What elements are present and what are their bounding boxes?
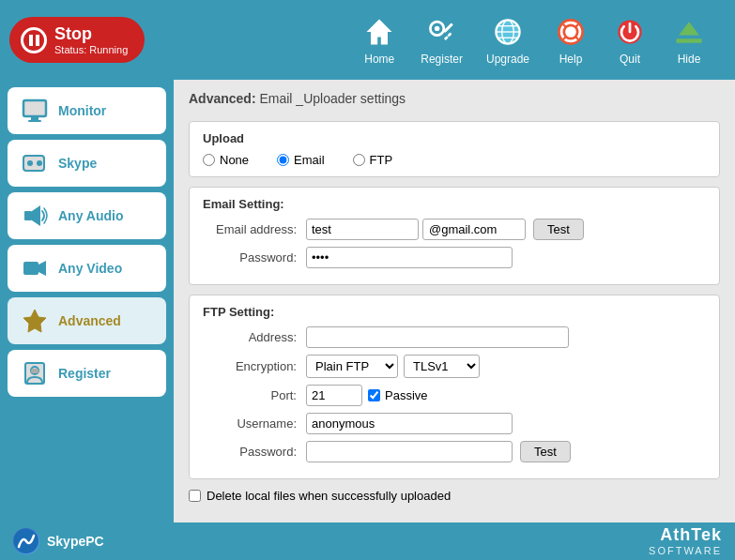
upload-none-option[interactable]: None xyxy=(203,153,249,167)
header-nav: Home Register xyxy=(145,9,726,70)
power-icon xyxy=(612,14,648,50)
nav-upgrade[interactable]: Upgrade xyxy=(477,9,539,70)
upload-ftp-label: FTP xyxy=(370,153,393,167)
upload-email-option[interactable]: Email xyxy=(277,153,325,167)
upload-email-radio[interactable] xyxy=(277,154,289,166)
svg-rect-28 xyxy=(23,262,38,275)
stop-button[interactable]: Stop Status: Running xyxy=(9,17,145,63)
sidebar-item-any-video[interactable]: Any Video xyxy=(8,245,166,292)
status-label: Status: Running xyxy=(54,44,128,55)
ftp-username-input[interactable] xyxy=(306,413,513,434)
nav-home[interactable]: Home xyxy=(352,9,406,70)
upload-ftp-option[interactable]: FTP xyxy=(353,153,393,167)
ftp-address-group: Address: xyxy=(203,326,706,348)
ftp-tls-select[interactable]: TLSv1 TLSv1.1 TLSv1.2 xyxy=(404,355,480,378)
upload-email-label: Email xyxy=(294,153,325,167)
sidebar-item-advanced[interactable]: Advanced xyxy=(8,297,166,344)
app-name-label: SkypePC xyxy=(47,534,104,549)
nav-hide-label: Hide xyxy=(678,53,701,66)
main-layout: Monitor Skype Any xyxy=(0,80,735,522)
hide-icon xyxy=(671,14,707,50)
nav-quit-label: Quit xyxy=(620,53,640,66)
ftp-password-group: Password: Test xyxy=(203,441,706,462)
ftp-password-input[interactable] xyxy=(306,441,513,462)
email-section-label: Email Setting: xyxy=(203,197,706,211)
ftp-port-input[interactable] xyxy=(306,385,362,406)
svg-point-2 xyxy=(435,26,439,31)
delete-files-checkbox[interactable] xyxy=(189,490,201,502)
advanced-icon xyxy=(21,307,49,335)
email-address-group: Email address: @gmail.com @yahoo.com @ou… xyxy=(203,219,706,240)
pause-icon xyxy=(21,27,47,53)
lifering-icon xyxy=(553,14,589,50)
ftp-username-label: Username: xyxy=(203,416,306,431)
password-input[interactable] xyxy=(306,247,513,268)
svg-point-25 xyxy=(37,160,42,166)
ftp-encryption-label: Encryption: xyxy=(203,359,306,373)
sidebar-any-video-label: Any Video xyxy=(58,261,122,276)
ftp-section: FTP Setting: Address: Encryption: Plain … xyxy=(189,295,720,479)
ftp-section-label: FTP Setting: xyxy=(203,305,706,319)
ftp-passive-label[interactable]: Passive xyxy=(368,388,428,402)
nav-quit[interactable]: Quit xyxy=(603,9,657,70)
key-nav-icon xyxy=(424,14,460,50)
ftp-passive-checkbox[interactable] xyxy=(368,389,380,401)
upload-radio-group: None Email FTP xyxy=(203,153,706,167)
nav-register-label: Register xyxy=(421,53,463,66)
ftp-address-label: Address: xyxy=(203,330,306,344)
email-test-button[interactable]: Test xyxy=(533,219,584,240)
svg-marker-29 xyxy=(38,261,46,276)
svg-rect-26 xyxy=(24,211,32,220)
ftp-port-row: Passive xyxy=(306,385,428,406)
email-address-input[interactable] xyxy=(306,219,419,240)
app-logo-icon xyxy=(13,528,39,554)
register-icon xyxy=(21,359,49,387)
stop-label: Stop xyxy=(54,24,128,44)
ftp-encryption-row: Plain FTP SSL/TLS STARTTLS TLSv1 TLSv1.1… xyxy=(306,355,480,378)
svg-marker-19 xyxy=(679,22,699,35)
svg-marker-0 xyxy=(367,20,392,45)
ftp-port-group: Port: Passive xyxy=(203,385,706,406)
footer-right: AthTek SOFTWARE xyxy=(649,526,722,556)
sidebar-item-register[interactable]: Register xyxy=(8,350,166,397)
footer-left: SkypePC xyxy=(13,528,104,554)
svg-rect-21 xyxy=(31,117,38,120)
email-domain-select[interactable]: @gmail.com @yahoo.com @outlook.com xyxy=(422,219,526,240)
email-address-label: Email address: xyxy=(203,222,306,236)
sidebar-item-monitor[interactable]: Monitor xyxy=(8,87,166,134)
ftp-address-input[interactable] xyxy=(306,326,569,348)
skype-icon xyxy=(21,149,49,177)
password-group: Password: xyxy=(203,247,706,268)
nav-help[interactable]: Help xyxy=(544,9,598,70)
sidebar-item-any-audio[interactable]: Any Audio xyxy=(8,192,166,239)
svg-marker-30 xyxy=(23,310,46,332)
svg-rect-5 xyxy=(443,36,448,40)
sidebar-skype-label: Skype xyxy=(58,156,97,171)
globe-icon xyxy=(490,14,526,50)
nav-help-label: Help xyxy=(559,53,583,66)
header: Stop Status: Running Home xyxy=(0,0,735,80)
delete-checkbox-row: Delete local files when successfully upl… xyxy=(189,489,720,503)
ftp-passive-text: Passive xyxy=(385,388,428,402)
ftp-test-button[interactable]: Test xyxy=(520,441,571,462)
sidebar-advanced-label: Advanced xyxy=(58,313,121,328)
home-icon xyxy=(361,14,397,50)
ftp-encryption-group: Encryption: Plain FTP SSL/TLS STARTTLS T… xyxy=(203,355,706,378)
upload-none-radio[interactable] xyxy=(203,154,215,166)
sidebar-item-skype[interactable]: Skype xyxy=(8,140,166,187)
upload-label: Upload xyxy=(203,131,706,145)
brand-sub: SOFTWARE xyxy=(649,545,722,556)
ftp-encryption-select[interactable]: Plain FTP SSL/TLS STARTTLS xyxy=(306,355,398,378)
page-title-bold: Advanced: xyxy=(189,91,256,106)
svg-rect-4 xyxy=(447,32,452,37)
upload-ftp-radio[interactable] xyxy=(353,154,365,166)
email-section: Email Setting: Email address: @gmail.com… xyxy=(189,187,720,285)
nav-home-label: Home xyxy=(364,53,394,66)
nav-hide[interactable]: Hide xyxy=(662,9,716,70)
nav-upgrade-label: Upgrade xyxy=(486,53,529,66)
svg-point-24 xyxy=(27,160,33,166)
video-icon xyxy=(21,254,49,282)
sidebar-any-audio-label: Any Audio xyxy=(58,208,123,223)
page-title: Advanced: Email _Uploader settings xyxy=(189,91,720,110)
nav-register[interactable]: Register xyxy=(411,9,472,70)
